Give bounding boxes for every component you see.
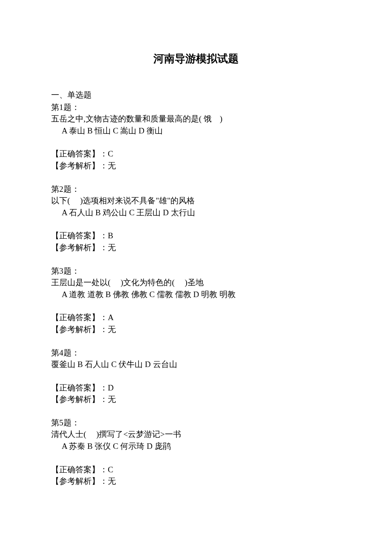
explanation-label: 【参考解析】： xyxy=(51,243,108,252)
question-options: A 泰山 B 恒山 C 嵩山 D 衡山 xyxy=(51,125,341,137)
answer-block: 【正确答案】：B 【参考解析】：无 xyxy=(51,230,341,253)
question-stem: 覆釜山 B 石人山 C 伏牛山 D 云台山 xyxy=(51,359,341,370)
explanation-label: 【参考解析】： xyxy=(51,395,108,404)
answer-label: 【正确答案】： xyxy=(51,149,108,158)
question-block: 第2题： 以下( )选项相对来说不具备"雄"的风格 A 石人山 B 鸡公山 C … xyxy=(51,184,341,219)
explanation-value: 无 xyxy=(108,243,116,252)
question-options: A 石人山 B 鸡公山 C 王层山 D 太行山 xyxy=(51,207,341,219)
question-options: A 苏秦 B 张仪 C 何示琦 D 庞鹃 xyxy=(51,441,341,452)
answer-block: 【正确答案】：D 【参考解析】：无 xyxy=(51,382,341,405)
explanation-value: 无 xyxy=(108,325,116,334)
explanation-label: 【参考解析】： xyxy=(51,161,108,170)
question-options: A 道教 道教 B 佛教 佛教 C 儒教 儒教 D 明教 明教 xyxy=(51,289,341,301)
answer-block: 【正确答案】：A 【参考解析】：无 xyxy=(51,312,341,335)
question-block: 第4题： 覆釜山 B 石人山 C 伏牛山 D 云台山 xyxy=(51,347,341,370)
question-number: 第2题： xyxy=(51,184,341,195)
page-title: 河南导游模拟试题 xyxy=(51,51,341,66)
question-stem: 王层山是一处以( )文化为特色的( )圣地 xyxy=(51,277,341,289)
question-number: 第5题： xyxy=(51,417,341,429)
answer-label: 【正确答案】： xyxy=(51,465,108,474)
answer-value: D xyxy=(108,383,114,392)
answer-label: 【正确答案】： xyxy=(51,313,108,322)
question-number: 第1题： xyxy=(51,102,341,113)
answer-label: 【正确答案】： xyxy=(51,383,108,392)
answer-label: 【正确答案】： xyxy=(51,231,108,240)
question-block: 第1题： 五岳之中,文物古迹的数量和质量最高的是( 饿 ) A 泰山 B 恒山 … xyxy=(51,102,341,137)
explanation-label: 【参考解析】： xyxy=(51,477,108,486)
answer-value: C xyxy=(108,465,113,474)
question-stem: 清代人士( )撰写了<云梦游记>一书 xyxy=(51,429,341,440)
question-number: 第4题： xyxy=(51,347,341,359)
answer-block: 【正确答案】：C 【参考解析】：无 xyxy=(51,464,341,487)
question-block: 第5题： 清代人士( )撰写了<云梦游记>一书 A 苏秦 B 张仪 C 何示琦 … xyxy=(51,417,341,452)
explanation-value: 无 xyxy=(108,477,116,486)
explanation-value: 无 xyxy=(108,161,116,170)
question-stem: 以下( )选项相对来说不具备"雄"的风格 xyxy=(51,195,341,207)
answer-value: C xyxy=(108,149,113,158)
explanation-value: 无 xyxy=(108,395,116,404)
answer-block: 【正确答案】：C 【参考解析】：无 xyxy=(51,148,341,171)
question-stem: 五岳之中,文物古迹的数量和质量最高的是( 饿 ) xyxy=(51,113,341,125)
section-heading: 一、单选题 xyxy=(51,90,341,101)
answer-value: B xyxy=(108,231,113,240)
answer-value: A xyxy=(108,313,114,322)
explanation-label: 【参考解析】： xyxy=(51,325,108,334)
question-block: 第3题： 王层山是一处以( )文化为特色的( )圣地 A 道教 道教 B 佛教 … xyxy=(51,266,341,301)
question-number: 第3题： xyxy=(51,266,341,277)
